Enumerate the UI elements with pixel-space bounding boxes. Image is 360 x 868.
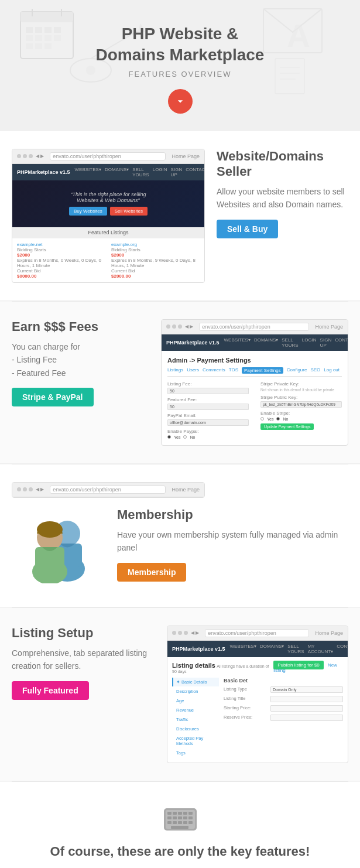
admin-nav-payment[interactable]: Payment Settings [242, 367, 283, 374]
marketplace-nav-bar: PHPMarketplace v1.5 WEBSITES▾ DOMAINS▾ S… [12, 164, 204, 180]
membership-browser-bar-wrapper: ◀ ▶ envato.com/user/phpthiropen Home Pag… [12, 482, 348, 498]
membership-button[interactable]: Membership [117, 563, 186, 582]
fees-feature-section: ◀ ▶ envato.com/user/phpthiropen Home Pag… [0, 302, 360, 464]
listing-tabs-sidebar: ✦ Basic Details Description Age Revenue … [172, 678, 219, 758]
listing-2-expires: Expires in 8 Months, 9 Weeks, 0 Days, 8 … [111, 258, 200, 268]
reserve-price-row: Reserve Price: [224, 715, 343, 721]
fees-browser-home: Home Page [315, 324, 343, 330]
tab-tags[interactable]: Tags [172, 749, 219, 757]
starting-price-input[interactable] [270, 705, 343, 712]
fees-dot-2 [172, 324, 176, 329]
fully-featured-button[interactable]: Fully Featured [12, 681, 89, 700]
svg-rect-38 [188, 812, 193, 815]
hero-subtitle: FEATURES OVERVIEW [12, 70, 348, 78]
bottom-heading: Of course, these are only the key featur… [12, 844, 348, 859]
browser-home-btn: Home Page [172, 153, 200, 159]
listing-dot-3 [184, 631, 188, 635]
listing-marketplace-header: PHPMarketplace v1.5 WEBSITES▾ DOMAINS▾ S… [167, 641, 348, 657]
listing-dot-1 [172, 631, 176, 635]
listing-action-buttons: Publish listing for $0 New listing [273, 662, 343, 673]
svg-rect-37 [183, 812, 187, 815]
listing-fee-value: 50 [167, 388, 249, 394]
scroll-down-button[interactable] [168, 89, 193, 114]
listing-setup-title: Listing Setup [12, 626, 155, 641]
fees-browser-bar: ◀ ▶ envato.com/user/phpthiropen Home Pag… [162, 320, 348, 334]
seller-feature-title: Website/Domains Seller [217, 149, 348, 179]
paypal-email-label: PayPal Email: [167, 413, 249, 418]
listing-type-select[interactable]: Domain Only [270, 686, 343, 693]
tab-basic-details[interactable]: ✦ Basic Details [172, 678, 219, 686]
listing-marketplace-logo: PHPMarketplace v1.5 [172, 646, 225, 652]
stripe-paypal-button[interactable]: Stripe & PayPal [12, 388, 94, 406]
fees-browser-url: envato.com/user/phpthiropen [199, 323, 309, 331]
browser-dots [17, 154, 33, 158]
stripe-no-radio[interactable] [276, 417, 280, 421]
paypal-email-value: office@domain.com [167, 419, 249, 426]
tab-revenue[interactable]: Revenue [172, 706, 219, 715]
featured-fee-value: 50 [167, 404, 249, 410]
reserve-price-input[interactable] [270, 715, 343, 721]
svg-rect-35 [173, 812, 177, 815]
admin-form-right: Stripe Private Key: Not shown in this de… [260, 381, 342, 439]
fees-marketplace-logo: PHPMarketplace v1.5 [166, 340, 220, 346]
paypal-yes-radio[interactable] [167, 435, 171, 439]
update-payment-btn[interactable]: Update Payment Settings [260, 423, 314, 430]
stripe-no-label: No [283, 417, 288, 421]
paypal-no-radio[interactable] [183, 435, 187, 439]
starting-price-row: Starting Price: [224, 705, 343, 712]
listing-nav-sell: SELL YOURS [287, 644, 304, 654]
fees-nav-websites: WEBSITES▾ [224, 337, 251, 348]
tab-age[interactable]: Age [172, 696, 219, 705]
fees-nav-sell: SELL YOURS [282, 337, 298, 348]
listing-1-bid-value: $2000 [17, 252, 105, 258]
seller-feature-row: ◀ ▶ envato.com/user/phpthiropen Home Pag… [12, 149, 348, 283]
listing-dots [172, 631, 188, 635]
admin-nav-seo[interactable]: SEO [310, 367, 320, 374]
paypal-email-field: PayPal Email: office@domain.com [167, 413, 249, 426]
fees-browser-dots [166, 324, 182, 329]
buy-websites-btn[interactable]: Buy Websites [69, 207, 107, 216]
nav-domains: DOMAINS▾ [105, 167, 129, 177]
membership-feature-row: Membership Have your own membership syst… [12, 507, 348, 589]
marketplace-hero-banner: "This is the right place for sellingWebs… [12, 180, 204, 227]
admin-nav-configure[interactable]: Configure [287, 367, 307, 374]
svg-rect-46 [178, 821, 182, 824]
stripe-yes-radio[interactable] [260, 417, 264, 421]
hero-title: PHP Website & Domains Marketplace [12, 23, 348, 66]
membership-browser-bar: ◀ ▶ envato.com/user/phpthiropen Home Pag… [12, 483, 204, 497]
payment-settings-panel: Admin -> Payment Settings Listings Users… [162, 351, 348, 445]
admin-nav-tos[interactable]: TOS [229, 367, 238, 374]
tab-traffic[interactable]: Traffic [172, 715, 219, 724]
listing-title-input[interactable] [270, 696, 343, 702]
fees-feature-title: Earn $$$ Fees [12, 319, 149, 334]
browser-dot-2 [23, 154, 27, 158]
listing-2-current-value: $2000.00 [111, 274, 200, 279]
svg-rect-36 [178, 812, 182, 815]
fees-marketplace-header: PHPMarketplace v1.5 WEBSITES▾ DOMAINS▾ S… [162, 334, 348, 351]
browser-dot-3 [29, 154, 33, 158]
sell-buy-button[interactable]: Sell & Buy [217, 220, 278, 238]
admin-nav-comments[interactable]: Comments [203, 367, 225, 374]
membership-dot-2 [23, 487, 27, 491]
listing-nav: WEBSITES▾ DOMAINS▾ SELL YOURS MY ACCOUNT… [230, 644, 348, 654]
browser-bar: ◀ ▶ envato.com/user/phpthiropen Home Pag… [12, 149, 204, 164]
listing-type-label: Listing Type [224, 686, 270, 692]
hero-section: A PHP Website & Domains Marketplace FEAT… [0, 0, 360, 131]
sell-websites-btn[interactable]: Sell Websites [110, 207, 148, 216]
admin-nav-users[interactable]: Users [187, 367, 199, 374]
tab-description[interactable]: Description [172, 687, 219, 696]
listing-nav-domains: DOMAINS▾ [260, 644, 284, 654]
listing-type-row: Listing Type Domain Only [224, 686, 343, 693]
listing-fee-field: Listing Fee: 50 [167, 381, 249, 394]
membership-feature-section: ◀ ▶ envato.com/user/phpthiropen Home Pag… [0, 464, 360, 607]
enable-paypal-field: Enable Paypal: Yes No [167, 429, 249, 439]
admin-nav-listings[interactable]: Listings [167, 367, 183, 374]
seller-feature-text: Website/Domains Seller Allow your websit… [217, 149, 348, 238]
listing-setup-screenshot: ◀ ▶ envato.com/user/phpthiropen Home Pag… [167, 626, 348, 763]
tab-disclosures[interactable]: Disclosures [172, 725, 219, 733]
listing-browser-bar: ◀ ▶ envato.com/user/phpthiropen Home Pag… [167, 626, 348, 641]
admin-nav-logout[interactable]: Log out [324, 367, 340, 374]
tab-pay-methods[interactable]: Accepted Pay Methods [172, 734, 219, 748]
fees-nav-domains: DOMAINS▾ [254, 337, 278, 348]
nav-login: LOGIN [153, 167, 167, 177]
